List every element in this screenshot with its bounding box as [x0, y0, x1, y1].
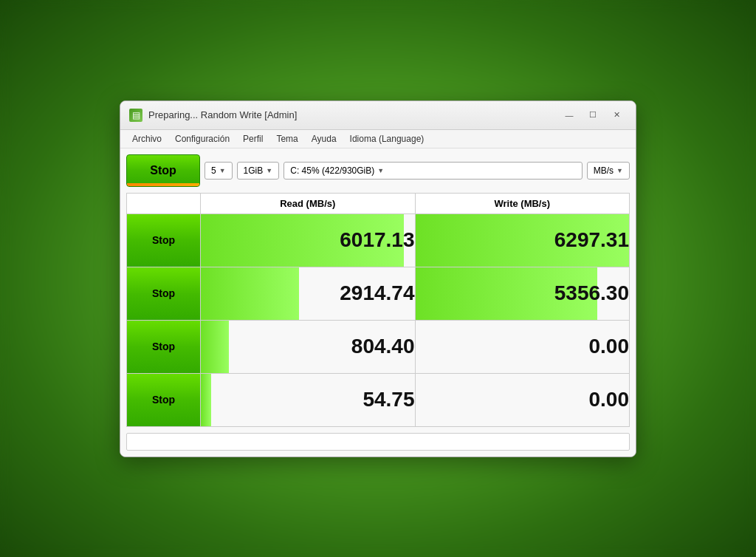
stop-cell-3: Stop	[127, 373, 201, 426]
window-controls: — ☐ ✕	[559, 107, 627, 123]
read-value-0: 6017.13	[201, 213, 416, 267]
toolbar-row: Stop 5 ▼ 1GiB ▼ C: 45% (422/930GiB) ▼ MB…	[126, 154, 630, 187]
stop-cell-0: Stop	[127, 213, 201, 267]
menu-perfil[interactable]: Perfil	[237, 131, 269, 146]
window-title: Preparing... Random Write [Admin]	[148, 109, 553, 120]
col-header-read: Read (MB/s)	[201, 193, 416, 213]
menu-bar: Archivo Configuración Perfil Tema Ayuda …	[120, 130, 636, 148]
stop-cell-2: Stop	[127, 320, 201, 373]
drive-value: C: 45% (422/930GiB)	[290, 165, 374, 176]
stop-button-1[interactable]: Stop	[127, 267, 200, 320]
menu-idioma[interactable]: Idioma (Language)	[344, 131, 430, 146]
count-dropdown[interactable]: 5 ▼	[205, 162, 233, 180]
close-button[interactable]: ✕	[606, 107, 627, 123]
size-dropdown[interactable]: 1GiB ▼	[237, 162, 280, 180]
count-dropdown-arrow: ▼	[219, 167, 226, 174]
minimize-button[interactable]: —	[559, 107, 580, 123]
menu-archivo[interactable]: Archivo	[126, 131, 168, 146]
table-row: Stop2914.745356.30	[127, 267, 630, 320]
stop-button-2[interactable]: Stop	[127, 321, 200, 373]
write-value-1: 5356.30	[415, 267, 630, 320]
col-header-stop	[127, 193, 201, 213]
drive-dropdown-arrow: ▼	[377, 167, 384, 174]
unit-dropdown[interactable]: MB/s ▼	[587, 162, 630, 180]
unit-dropdown-arrow: ▼	[616, 167, 623, 174]
title-bar: Preparing... Random Write [Admin] — ☐ ✕	[120, 101, 636, 130]
table-row: Stop6017.136297.31	[127, 213, 630, 267]
write-value-0: 6297.31	[415, 213, 630, 267]
stop-button-0[interactable]: Stop	[127, 214, 200, 267]
table-row: Stop54.750.00	[127, 373, 630, 426]
read-value-3: 54.75	[201, 373, 416, 426]
maximize-button[interactable]: ☐	[583, 107, 603, 123]
status-bar	[126, 433, 630, 451]
write-value-2: 0.00	[415, 320, 630, 373]
count-value: 5	[211, 165, 216, 176]
menu-ayuda[interactable]: Ayuda	[306, 131, 343, 146]
unit-value: MB/s	[594, 165, 614, 176]
menu-configuracion[interactable]: Configuración	[169, 131, 236, 146]
stop-button-3[interactable]: Stop	[127, 374, 200, 426]
drive-dropdown[interactable]: C: 45% (422/930GiB) ▼	[284, 162, 583, 180]
menu-tema[interactable]: Tema	[270, 131, 303, 146]
col-header-write: Write (MB/s)	[415, 193, 630, 213]
stop-cell-1: Stop	[127, 267, 201, 320]
read-value-1: 2914.74	[201, 267, 416, 320]
content-area: Stop 5 ▼ 1GiB ▼ C: 45% (422/930GiB) ▼ MB…	[120, 148, 636, 457]
main-window: Preparing... Random Write [Admin] — ☐ ✕ …	[120, 100, 636, 457]
write-value-3: 0.00	[415, 373, 630, 426]
size-value: 1GiB	[244, 165, 264, 176]
app-icon	[129, 109, 142, 122]
size-dropdown-arrow: ▼	[266, 167, 272, 174]
stop-button-large[interactable]: Stop	[126, 154, 200, 187]
read-value-2: 804.40	[201, 320, 416, 373]
table-row: Stop804.400.00	[127, 320, 630, 373]
benchmark-table: Read (MB/s) Write (MB/s) Stop6017.136297…	[126, 193, 630, 427]
